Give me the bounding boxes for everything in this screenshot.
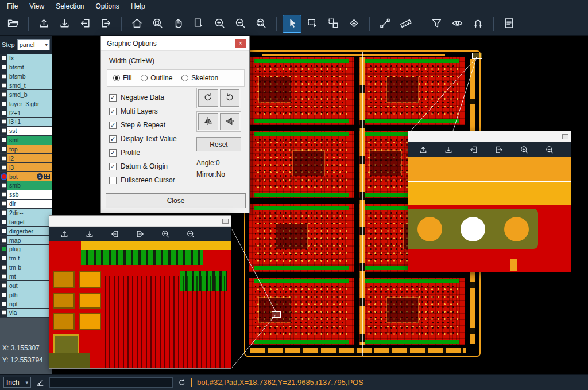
layer-checkbox[interactable]	[2, 210, 6, 215]
layer-visibility-cell[interactable]	[0, 172, 7, 181]
layer-checkbox[interactable]	[2, 310, 6, 315]
layer-visibility-cell[interactable]	[0, 136, 7, 145]
layer-checkbox[interactable]	[2, 83, 6, 88]
layer-checkbox[interactable]	[2, 128, 6, 133]
layer-row-tm-b[interactable]: tm-b	[0, 263, 52, 272]
measure-line-button[interactable]	[376, 15, 394, 33]
layer-row-bfsmb[interactable]: bfsmb	[0, 72, 52, 81]
layer-row-npt[interactable]: npt	[0, 299, 52, 309]
radio-outline[interactable]: Outline	[141, 74, 172, 82]
step-repeat-button[interactable]	[324, 15, 343, 33]
layer-row-sst[interactable]: sst	[0, 127, 52, 136]
layer-row-top[interactable]: top	[0, 145, 52, 154]
unit-combo[interactable]: Inch ▾	[3, 377, 31, 388]
checkbox-multi-layers[interactable]: ✓Multi Layers	[109, 107, 177, 115]
layer-row-smd_t[interactable]: smd_t	[0, 81, 52, 91]
layer-visibility-cell[interactable]	[0, 190, 7, 199]
layer-checkbox[interactable]	[2, 119, 6, 124]
layer-visibility-cell[interactable]	[0, 281, 7, 290]
layer-row-pth[interactable]: pth	[0, 290, 52, 299]
layer-visibility-cell[interactable]	[0, 154, 7, 162]
layer-visibility-cell[interactable]	[0, 200, 7, 208]
layer-checkbox[interactable]	[2, 201, 6, 206]
magnifier-left-view[interactable]	[49, 241, 231, 368]
zoom-previous-button[interactable]	[252, 15, 270, 33]
layer-checkbox[interactable]	[2, 256, 6, 260]
layer-row-dirgerber[interactable]: dirgerber	[0, 227, 52, 236]
layer-row-mt[interactable]: mt	[0, 272, 52, 282]
layer-row-smt[interactable]: smt	[0, 136, 52, 145]
layer-row-target[interactable]: target	[0, 217, 52, 227]
pointer-button[interactable]	[283, 15, 301, 33]
layer-visibility-cell[interactable]	[0, 209, 7, 217]
layer-row-tm-t[interactable]: tm-t	[0, 254, 52, 263]
menu-selection[interactable]: Selection	[50, 1, 90, 12]
layer-visibility-cell[interactable]	[0, 299, 7, 308]
layer-visibility-cell[interactable]	[0, 217, 7, 226]
layer-visibility-cell[interactable]	[0, 245, 7, 253]
layer-visibility-cell[interactable]	[0, 145, 7, 154]
zoom-in-button[interactable]	[156, 225, 175, 243]
layer-visibility-cell[interactable]	[0, 127, 7, 135]
close-button[interactable]: Close	[106, 193, 246, 208]
checkbox-negative-data[interactable]: ✓Negative Data	[109, 93, 177, 102]
layer-visibility-cell[interactable]	[0, 108, 7, 117]
layer-visibility-cell[interactable]	[0, 81, 7, 90]
layer-visibility-cell[interactable]	[0, 227, 7, 235]
layer-row-map[interactable]: map	[0, 236, 52, 245]
zoom-out-button[interactable]	[231, 15, 250, 33]
layer-row-smd_b[interactable]: smd_b	[0, 90, 52, 99]
layer-visibility-cell[interactable]	[0, 72, 7, 81]
layer-visibility-cell[interactable]	[0, 163, 7, 171]
layer-visibility-cell[interactable]	[0, 309, 7, 317]
window-box-button[interactable]	[222, 219, 229, 224]
layer-visibility-cell[interactable]	[0, 90, 7, 99]
layer-checkbox[interactable]	[2, 156, 6, 161]
load-up-button[interactable]	[34, 15, 53, 33]
rotate-cw-button[interactable]	[198, 89, 218, 107]
load-down-button[interactable]	[80, 225, 99, 243]
menu-file[interactable]: File	[1, 1, 24, 12]
radio-fill[interactable]: Fill	[113, 74, 131, 82]
load-left-button[interactable]	[76, 15, 95, 33]
net-trace-button[interactable]	[469, 15, 488, 33]
load-right-button[interactable]	[130, 225, 149, 243]
pan-button[interactable]	[169, 15, 188, 33]
layer-row-l2+1[interactable]: l2+1	[0, 108, 52, 118]
home-button[interactable]	[127, 15, 146, 33]
layer-row-l2[interactable]: l2	[0, 154, 52, 163]
layer-visibility-cell[interactable]	[0, 290, 7, 299]
layer-row-fx[interactable]: fx	[0, 54, 52, 63]
layer-row-layer_3.gbr[interactable]: layer_3.gbr	[0, 99, 52, 108]
window-box-button[interactable]	[562, 134, 568, 139]
layer-checkbox[interactable]	[2, 192, 6, 197]
menu-view[interactable]: View	[24, 1, 50, 12]
reset-button[interactable]: Reset	[196, 137, 241, 151]
zoom-in-button[interactable]	[514, 141, 533, 159]
layer-checkbox[interactable]	[2, 147, 6, 151]
ruler-button[interactable]	[396, 15, 415, 33]
rotate-ccw-button[interactable]	[220, 89, 240, 107]
load-right-button[interactable]	[96, 15, 115, 33]
menu-help[interactable]: Help	[125, 1, 151, 12]
sheet-select-button[interactable]	[189, 15, 208, 33]
layer-row-ssb[interactable]: ssb	[0, 190, 52, 200]
mirror-horizontal-button[interactable]	[198, 113, 218, 130]
command-input[interactable]	[49, 377, 173, 388]
layer-checkbox[interactable]	[2, 138, 6, 142]
checkbox-datum-origin[interactable]: ✓Datum & Origin	[109, 162, 177, 170]
layer-visibility-cell[interactable]	[0, 236, 7, 244]
layer-checkbox[interactable]	[2, 220, 6, 224]
report-button[interactable]	[500, 15, 519, 33]
menu-options[interactable]: Options	[90, 1, 125, 12]
layer-checkbox[interactable]	[2, 283, 6, 288]
layer-checkbox[interactable]	[2, 65, 6, 69]
layer-checkbox[interactable]	[2, 229, 6, 233]
layer-visibility-cell[interactable]	[0, 181, 7, 190]
checkbox-profile[interactable]: ✓Profile	[109, 149, 177, 157]
layer-checkbox[interactable]	[2, 165, 6, 170]
layer-row-via[interactable]: via	[0, 309, 52, 318]
layer-checkbox[interactable]	[2, 238, 6, 243]
layer-checkbox[interactable]	[2, 74, 6, 79]
load-up-button[interactable]	[413, 141, 432, 159]
